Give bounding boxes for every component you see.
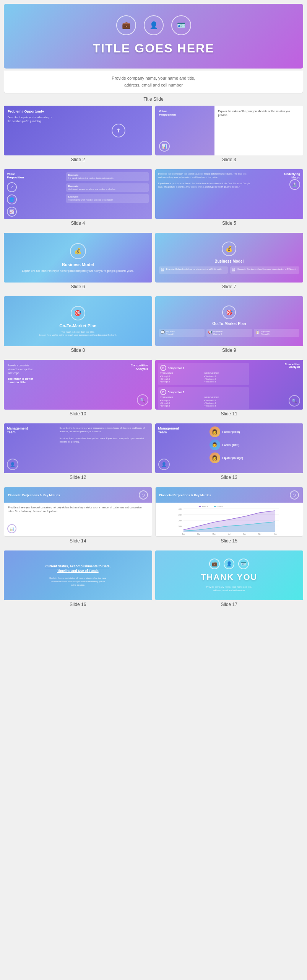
slide-17-wrapper: 💼 👤 🪪 THANK YOU Provide company name, yo… xyxy=(155,550,304,611)
slide-9-item-3-icon: 📋 xyxy=(255,330,260,334)
slide-14-wrapper: Financial Projections & Key Metrics ⏱ Pr… xyxy=(4,487,152,547)
slide-2[interactable]: Problem / Opportunity Describe the pain … xyxy=(4,106,152,155)
title-slide: 💼 👤 🪪 TITLE GOES HERE xyxy=(4,4,303,69)
slide-4[interactable]: ValueProposition ✓ 🌐 📈 Example: It is ba… xyxy=(4,169,152,219)
slide-10-icon: 🔍 xyxy=(137,394,148,406)
team-member-2: 👨 Hacker (CTO) xyxy=(210,439,300,450)
slide-4-wrapper: ValueProposition ✓ 🌐 📈 Example: It is ba… xyxy=(4,169,152,230)
slide-13-label: Slide 13 xyxy=(155,475,304,480)
slide-15-top: Financial Projections & Key Metrics ⏱ xyxy=(156,487,303,503)
competitor-1-sw: STRENGTHS • Strength 1 • Strength 2 • St… xyxy=(160,372,247,383)
competitor-2-block: C Competitor 2 STRENGTHS • Strength 1 • … xyxy=(158,387,249,409)
slide-2-label: Slide 2 xyxy=(4,157,152,162)
slide-12-label: Slide 12 xyxy=(4,475,152,480)
slide-12-title: ManagementTeam xyxy=(7,426,57,434)
slide-7-title: Business Model xyxy=(214,259,244,263)
avatar-1: 👩 xyxy=(210,426,220,437)
slide-14-bottom-icon: 📊 xyxy=(7,524,16,533)
slide-12[interactable]: ManagementTeam 👤 Describe the key player… xyxy=(4,423,152,473)
slide-17[interactable]: 💼 👤 🪪 THANK YOU Provide company name, yo… xyxy=(155,550,304,600)
slide-3[interactable]: ValueProposition 📊 Explain the value of … xyxy=(155,106,304,155)
team-info-3: Hipster (Design) xyxy=(223,457,243,459)
slide-14-bottom: 📊 xyxy=(4,523,152,536)
slide-16-title: Current Status, Accomplishments to Date,… xyxy=(45,564,110,573)
slide-2-title: Problem / Opportunity xyxy=(8,109,81,113)
svg-text:100: 100 xyxy=(178,525,182,528)
slide-9-label: Slide 9 xyxy=(155,348,304,353)
slide-17-icons: 💼 👤 🪪 xyxy=(209,559,249,569)
slide-15[interactable]: Financial Projections & Key Metrics ⏱ 40… xyxy=(155,487,304,537)
slide-9-item-1-icon: 💬 xyxy=(161,330,165,334)
slide-7[interactable]: 💰 Business Model 🏛 Example: Related and … xyxy=(155,233,304,283)
slide-16-body: Explain the current status of your produ… xyxy=(49,577,106,587)
slide-15-top-icon: ⏱ xyxy=(290,490,299,500)
slide-4-left: ValueProposition ✓ 🌐 📈 xyxy=(7,172,64,216)
slide-15-title: Financial Projections & Key Metrics xyxy=(159,493,211,497)
briefcase-icon: 💼 xyxy=(116,15,136,35)
title-icons-row: 💼 👤 🪪 xyxy=(11,15,296,35)
slide-10-body: Provide a completeview of the competitiv… xyxy=(8,364,92,375)
slide-2-right: ⬆ xyxy=(85,106,152,155)
slide-8[interactable]: 🎯 Go-To-Market Plan Too much is better t… xyxy=(4,296,152,346)
slide-9-wrapper: 🎯 Go-To-Market Plan 💬 AcquisitionChannel… xyxy=(155,296,304,357)
title-footer: Provide company name, your name and titl… xyxy=(4,70,303,93)
slide-7-item-1-icon: 🏛 xyxy=(161,268,165,272)
slide-9-item-1-text: AcquisitionChannel 1 xyxy=(166,330,175,335)
slide-8-wrapper: 🎯 Go-To-Market Plan Too much is better t… xyxy=(4,296,152,357)
svg-text:Sep: Sep xyxy=(243,533,246,535)
slide-7-icon: 💰 xyxy=(222,242,236,256)
slide-13-icon: 👤 xyxy=(158,459,170,470)
svg-text:200: 200 xyxy=(178,519,182,522)
slide-9-item-2-icon: 📢 xyxy=(208,330,212,334)
slide-9-item-2-text: AcquisitionChannel 2 xyxy=(213,330,223,335)
slide-9[interactable]: 🎯 Go-To-Market Plan 💬 AcquisitionChannel… xyxy=(155,296,304,346)
svg-text:Jan: Jan xyxy=(182,533,185,535)
slide-2-icon: ⬆ xyxy=(112,124,125,137)
slide-6[interactable]: 💰 Business Model Explain who has the/her… xyxy=(4,233,152,283)
slide-11-left: C Competitor 1 STRENGTHS • Strength 1 • … xyxy=(158,363,249,407)
slide-16-label: Slide 16 xyxy=(4,602,152,607)
slide-5-title: UnderlyingMagic xyxy=(284,172,300,179)
slide-13-right: 👩 Hustler (CEO) 👨 Hacker (CTO) 👩 xyxy=(208,426,300,470)
competitor-2-name: Competitor 2 xyxy=(168,391,184,394)
slide-17-icon-2: 👤 xyxy=(224,559,234,569)
slide-3-title: ValueProposition xyxy=(159,109,211,116)
slide-15-wrapper: Financial Projections & Key Metrics ⏱ 40… xyxy=(155,487,304,547)
slide-10-label: Slide 10 xyxy=(4,411,152,416)
financial-chart-svg: 400 300 200 100 Jan Mar xyxy=(158,505,301,536)
slide-5[interactable]: Describe the technology, the secret sauc… xyxy=(155,169,304,219)
slide-14-top: Financial Projections & Key Metrics ⏱ xyxy=(4,487,152,503)
slide-11-title: CompetitiveAnalysis xyxy=(285,363,300,368)
competitor-2-weaknesses: WEAKNESSES • Weakness 1 • Weakness 2 • W… xyxy=(204,396,247,407)
slide-11[interactable]: C Competitor 1 STRENGTHS • Strength 1 • … xyxy=(155,360,304,410)
slide-11-icon: 🔍 xyxy=(289,395,300,407)
svg-text:Nov: Nov xyxy=(258,533,262,535)
slide-15-label: Slide 15 xyxy=(155,538,304,544)
slide-5-label: Slide 5 xyxy=(155,220,304,226)
slide-14-title: Financial Projections & Key Metrics xyxy=(8,493,60,497)
slide-6-title: Business Model xyxy=(62,262,94,267)
slide-9-item-2: 📢 AcquisitionChannel 2 xyxy=(206,329,252,337)
competitor-1-weaknesses: WEAKNESSES • Weakness 1 • Weakness 2 • W… xyxy=(204,372,247,383)
title-subtitle: Provide company name, your name and titl… xyxy=(12,75,295,88)
slide-17-icon-1: 💼 xyxy=(209,559,220,569)
slide-13-left: ManagementTeam 👤 xyxy=(158,426,208,470)
slide-13[interactable]: ManagementTeam 👤 👩 Hustler (CEO) 👨 Hacke… xyxy=(155,423,304,473)
slide-2-body: Describe the pain you're alleviating ort… xyxy=(8,116,81,123)
slide-13-wrapper: ManagementTeam 👤 👩 Hustler (CEO) 👨 Hacke… xyxy=(155,423,304,484)
slide-16[interactable]: Current Status, Accomplishments to Date,… xyxy=(4,550,152,600)
slide-4-right: Example: It is based platform that handl… xyxy=(64,172,149,216)
slide-12-left: ManagementTeam 👤 xyxy=(7,426,57,470)
slide-14-text: Provide a three-year forecast containing… xyxy=(8,506,148,513)
competitor-1-strengths: STRENGTHS • Strength 1 • Strength 2 • St… xyxy=(160,372,203,383)
slide-6-wrapper: 💰 Business Model Explain who has the/her… xyxy=(4,233,152,293)
slide-14[interactable]: Financial Projections & Key Metrics ⏱ Pr… xyxy=(4,487,152,537)
slide-9-icon: 🎯 xyxy=(222,305,236,319)
slide-6-label: Slide 6 xyxy=(4,284,152,289)
avatar-2: 👨 xyxy=(210,439,220,450)
slide-10[interactable]: Provide a completeview of the competitiv… xyxy=(4,360,152,410)
slide-4-item-2: Example: Web-based, access anywhere, sha… xyxy=(66,183,149,192)
slide-17-body: Provide company name, your name and titl… xyxy=(206,585,252,592)
slide-4-icon-2: 🌐 xyxy=(7,194,17,204)
page-container: 💼 👤 🪪 TITLE GOES HERE Provide company na… xyxy=(0,0,307,615)
